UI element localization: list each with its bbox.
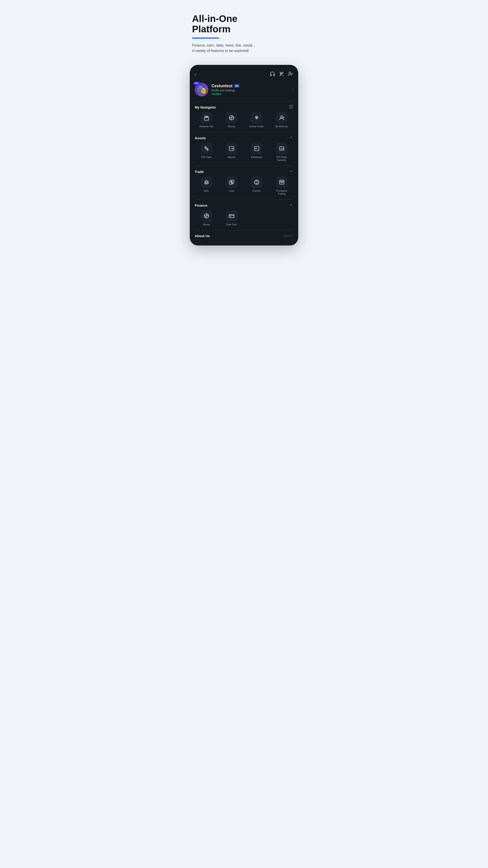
my-referrals-label: My Referrals [275, 125, 288, 128]
phone-frame: ‹ [190, 65, 298, 246]
svg-point-10 [281, 116, 283, 118]
p2p-trade-label: P2P Trade [201, 156, 212, 159]
nav-item-p2p-trade[interactable]: P2P Trade [195, 143, 218, 162]
svg-point-11 [205, 147, 206, 148]
svg-rect-6 [204, 118, 209, 120]
about-label: About Us [195, 234, 210, 238]
convert-icon [251, 176, 263, 188]
svg-rect-25 [229, 215, 234, 218]
about-version: v6.0.0 > [284, 235, 293, 238]
gate-card-icon [226, 210, 237, 222]
withdrawal-icon [251, 143, 263, 154]
about-row[interactable]: About Us v6.0.0 > [195, 230, 293, 239]
verified-badge: Verified [212, 92, 289, 96]
gate-card-label: Gate Card [226, 223, 236, 226]
top-bar-actions [270, 71, 293, 78]
svg-rect-0 [281, 73, 281, 74]
otc-bank-icon: OTC [276, 143, 288, 154]
deposit-label: Deposit [228, 156, 235, 159]
assets-header: Assets [195, 132, 293, 143]
premarket-icon [276, 176, 288, 188]
finance-startup-label: Startup [203, 223, 210, 226]
trade-grid: Bots Copy [195, 176, 293, 198]
finance-startup-icon [201, 210, 213, 222]
bots-icon [201, 176, 213, 188]
profile-row[interactable]: 🎭 NFT Cestuntest v5 Profile and Settings… [195, 83, 293, 96]
finance-header: Finance [195, 199, 293, 210]
hero-section: All-in-OnePlatform Finance, earn, data, … [190, 9, 298, 60]
navigator-title: My Navigator [195, 105, 216, 109]
profile-info: Cestuntest v5 Profile and Settings Verif… [212, 84, 289, 96]
assets-title: Assets [195, 136, 206, 140]
user-add-icon[interactable] [288, 71, 293, 78]
profile-name-row: Cestuntest v5 [212, 84, 289, 88]
nav-item-bots[interactable]: Bots [195, 176, 218, 195]
profile-settings-link: Profile and Settings [212, 89, 289, 92]
svg-point-12 [207, 149, 208, 151]
deposit-icon [226, 143, 237, 154]
copy-icon [226, 176, 237, 188]
nav-item-finance-startup[interactable]: Startup [195, 210, 218, 226]
svg-point-9 [256, 117, 257, 118]
nav-item-premarket[interactable]: Pre-MarketTrading [270, 176, 293, 195]
hero-subtitle: Finance, earn, data, news, live, social.… [192, 43, 296, 54]
trade-collapse-icon[interactable] [289, 169, 293, 174]
navigator-grid: Rewards Hub Startup [195, 112, 293, 131]
assets-collapse-icon[interactable] [289, 135, 293, 141]
finance-grid: Startup Gate Card [195, 210, 293, 229]
nav-item-gate-card[interactable]: Gate Card [220, 210, 243, 226]
svg-point-19 [207, 182, 207, 183]
headset-icon[interactable] [270, 71, 275, 78]
svg-point-18 [205, 182, 206, 183]
startup-icon [226, 112, 237, 124]
nav-item-withdrawal[interactable]: Withdrawal [245, 143, 268, 162]
assets-grid: P2P Trade Deposit [195, 143, 293, 164]
rewards-hub-label: Rewards Hub [199, 125, 213, 128]
finance-section: Finance [195, 199, 293, 229]
nav-item-my-referrals[interactable]: My Referrals [270, 112, 293, 128]
edit-icon[interactable] [289, 105, 293, 110]
withdrawal-label: Withdrawal [251, 156, 262, 159]
nav-item-startup[interactable]: Startup [220, 112, 243, 128]
profile-arrow-icon: › [292, 88, 293, 92]
p2p-trade-icon [201, 143, 213, 154]
copy-label: Copy [229, 189, 234, 192]
back-button[interactable]: ‹ [195, 72, 196, 77]
finance-collapse-icon[interactable] [289, 203, 293, 208]
svg-point-3 [289, 72, 291, 74]
svg-rect-1 [282, 73, 283, 74]
navigator-header: My Navigator [195, 101, 293, 112]
profile-name: Cestuntest [212, 84, 232, 88]
premarket-label: Pre-MarketTrading [276, 189, 287, 195]
profile-level: v5 [234, 84, 239, 88]
nft-badge: NFT [194, 82, 199, 85]
phone-inner: ‹ [190, 65, 298, 246]
activity-center-label: Activity Center [249, 125, 264, 128]
svg-text:OTC: OTC [281, 148, 284, 150]
nav-item-copy[interactable]: Copy [220, 176, 243, 195]
trade-section: Trade [195, 166, 293, 198]
rewards-hub-icon [201, 112, 213, 124]
otc-bank-label: OTC BankTransefer [276, 156, 287, 162]
nav-item-activity-center[interactable]: Activity Center [245, 112, 268, 128]
hero-underline [192, 37, 219, 39]
page-wrapper: All-in-OnePlatform Finance, earn, data, … [190, 9, 298, 246]
scan-icon[interactable] [279, 71, 284, 78]
nav-item-rewards-hub[interactable]: Rewards Hub [195, 112, 218, 128]
startup-label: Startup [228, 125, 235, 128]
avatar-emoji: 🎭 [197, 85, 207, 94]
assets-section: Assets [195, 132, 293, 164]
bots-label: Bots [204, 189, 208, 192]
convert-label: Convert [253, 189, 260, 192]
avatar-wrap: 🎭 NFT [195, 83, 208, 96]
nav-item-convert[interactable]: Convert [245, 176, 268, 195]
nav-item-deposit[interactable]: Deposit [220, 143, 243, 162]
navigator-section: My Navigator [195, 101, 293, 131]
top-bar: ‹ [195, 71, 293, 78]
nav-item-otc-bank[interactable]: OTC OTC BankTransefer [270, 143, 293, 162]
avatar: 🎭 [195, 83, 208, 96]
finance-title: Finance [195, 204, 207, 207]
my-referrals-icon [276, 112, 288, 124]
svg-rect-2 [281, 74, 281, 75]
trade-title: Trade [195, 170, 204, 174]
